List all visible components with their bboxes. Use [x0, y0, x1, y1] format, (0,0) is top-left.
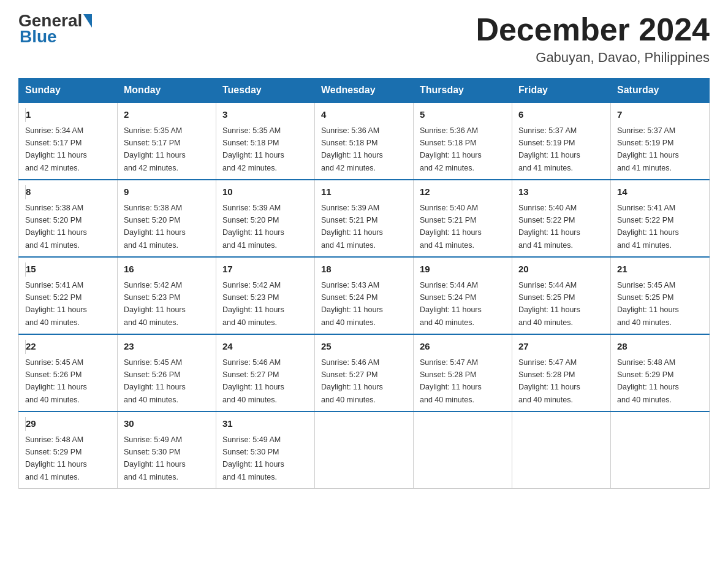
calendar-cell: 28 Sunrise: 5:48 AMSunset: 5:29 PMDaylig…	[611, 334, 710, 412]
calendar-cell: 3 Sunrise: 5:35 AMSunset: 5:18 PMDayligh…	[216, 102, 315, 180]
day-info: Sunrise: 5:44 AMSunset: 5:25 PMDaylight:…	[518, 281, 580, 327]
day-info: Sunrise: 5:39 AMSunset: 5:21 PMDaylight:…	[321, 204, 383, 250]
day-number: 3	[222, 108, 308, 122]
day-info: Sunrise: 5:44 AMSunset: 5:24 PMDaylight:…	[420, 281, 482, 327]
calendar-cell: 23 Sunrise: 5:45 AMSunset: 5:26 PMDaylig…	[118, 334, 216, 412]
day-info: Sunrise: 5:42 AMSunset: 5:23 PMDaylight:…	[124, 281, 186, 327]
month-title: December 2024	[476, 12, 710, 47]
day-number: 9	[124, 185, 210, 199]
calendar-week-row-3: 15 Sunrise: 5:41 AMSunset: 5:22 PMDaylig…	[19, 257, 710, 334]
day-info: Sunrise: 5:40 AMSunset: 5:22 PMDaylight:…	[518, 204, 580, 250]
calendar-week-row-4: 22 Sunrise: 5:45 AMSunset: 5:26 PMDaylig…	[19, 334, 710, 412]
calendar-cell: 26 Sunrise: 5:47 AMSunset: 5:28 PMDaylig…	[414, 334, 512, 412]
day-info: Sunrise: 5:39 AMSunset: 5:20 PMDaylight:…	[222, 204, 284, 250]
calendar-cell: 5 Sunrise: 5:36 AMSunset: 5:18 PMDayligh…	[414, 102, 512, 180]
calendar-cell: 17 Sunrise: 5:42 AMSunset: 5:23 PMDaylig…	[216, 257, 315, 334]
day-number: 30	[124, 417, 210, 431]
day-number: 21	[617, 262, 703, 277]
day-info: Sunrise: 5:49 AMSunset: 5:30 PMDaylight:…	[222, 435, 284, 481]
day-number: 23	[124, 340, 210, 354]
day-number: 16	[124, 262, 210, 277]
calendar-cell: 27 Sunrise: 5:47 AMSunset: 5:28 PMDaylig…	[512, 334, 611, 412]
day-info: Sunrise: 5:48 AMSunset: 5:29 PMDaylight:…	[617, 358, 679, 404]
day-info: Sunrise: 5:41 AMSunset: 5:22 PMDaylight:…	[25, 281, 87, 327]
calendar-cell: 16 Sunrise: 5:42 AMSunset: 5:23 PMDaylig…	[118, 257, 216, 334]
calendar-week-row-5: 29 Sunrise: 5:48 AMSunset: 5:29 PMDaylig…	[19, 412, 710, 489]
title-section: December 2024 Gabuyan, Davao, Philippine…	[476, 12, 710, 66]
day-info: Sunrise: 5:36 AMSunset: 5:18 PMDaylight:…	[321, 126, 383, 172]
calendar-cell: 12 Sunrise: 5:40 AMSunset: 5:21 PMDaylig…	[414, 180, 512, 257]
day-number: 4	[321, 108, 407, 122]
day-info: Sunrise: 5:35 AMSunset: 5:18 PMDaylight:…	[222, 126, 284, 172]
day-info: Sunrise: 5:38 AMSunset: 5:20 PMDaylight:…	[124, 204, 186, 250]
day-number: 13	[518, 185, 604, 199]
day-number: 14	[617, 185, 703, 199]
day-info: Sunrise: 5:48 AMSunset: 5:29 PMDaylight:…	[25, 435, 87, 481]
day-number: 17	[222, 262, 308, 277]
day-info: Sunrise: 5:46 AMSunset: 5:27 PMDaylight:…	[222, 358, 284, 404]
calendar-week-row-1: 1 Sunrise: 5:34 AMSunset: 5:17 PMDayligh…	[19, 102, 710, 180]
day-number: 22	[25, 340, 111, 354]
day-number: 27	[518, 340, 604, 354]
day-info: Sunrise: 5:37 AMSunset: 5:19 PMDaylight:…	[518, 126, 580, 172]
calendar-header-row: SundayMondayTuesdayWednesdayThursdayFrid…	[19, 79, 710, 103]
calendar-cell: 8 Sunrise: 5:38 AMSunset: 5:20 PMDayligh…	[19, 180, 118, 257]
calendar-cell: 14 Sunrise: 5:41 AMSunset: 5:22 PMDaylig…	[611, 180, 710, 257]
calendar-cell: 25 Sunrise: 5:46 AMSunset: 5:27 PMDaylig…	[315, 334, 414, 412]
day-number: 18	[321, 262, 407, 277]
day-info: Sunrise: 5:37 AMSunset: 5:19 PMDaylight:…	[617, 126, 679, 172]
calendar-cell: 15 Sunrise: 5:41 AMSunset: 5:22 PMDaylig…	[19, 257, 118, 334]
day-number: 20	[518, 262, 604, 277]
day-number: 11	[321, 185, 407, 199]
day-number: 7	[617, 108, 703, 122]
calendar-cell	[414, 412, 512, 489]
day-number: 29	[25, 417, 111, 431]
day-info: Sunrise: 5:40 AMSunset: 5:21 PMDaylight:…	[420, 204, 482, 250]
day-info: Sunrise: 5:43 AMSunset: 5:24 PMDaylight:…	[321, 281, 383, 327]
day-info: Sunrise: 5:35 AMSunset: 5:17 PMDaylight:…	[124, 126, 186, 172]
logo: General Blue	[18, 12, 93, 47]
day-number: 31	[222, 417, 308, 431]
calendar-cell: 24 Sunrise: 5:46 AMSunset: 5:27 PMDaylig…	[216, 334, 315, 412]
day-number: 2	[124, 108, 210, 122]
calendar-cell: 22 Sunrise: 5:45 AMSunset: 5:26 PMDaylig…	[19, 334, 118, 412]
day-number: 5	[420, 108, 506, 122]
day-number: 12	[420, 185, 506, 199]
calendar-cell	[611, 412, 710, 489]
calendar-week-row-2: 8 Sunrise: 5:38 AMSunset: 5:20 PMDayligh…	[19, 180, 710, 257]
day-info: Sunrise: 5:42 AMSunset: 5:23 PMDaylight:…	[222, 281, 284, 327]
calendar-header-thursday: Thursday	[414, 79, 512, 103]
calendar-cell: 2 Sunrise: 5:35 AMSunset: 5:17 PMDayligh…	[118, 102, 216, 180]
location: Gabuyan, Davao, Philippines	[476, 50, 710, 66]
day-info: Sunrise: 5:49 AMSunset: 5:30 PMDaylight:…	[124, 435, 186, 481]
day-info: Sunrise: 5:38 AMSunset: 5:20 PMDaylight:…	[25, 204, 87, 250]
day-number: 15	[25, 262, 111, 277]
calendar-table: SundayMondayTuesdayWednesdayThursdayFrid…	[18, 78, 710, 489]
calendar-header-sunday: Sunday	[19, 79, 118, 103]
day-number: 1	[25, 108, 111, 122]
calendar-cell: 4 Sunrise: 5:36 AMSunset: 5:18 PMDayligh…	[315, 102, 414, 180]
calendar-cell: 13 Sunrise: 5:40 AMSunset: 5:22 PMDaylig…	[512, 180, 611, 257]
calendar-cell: 11 Sunrise: 5:39 AMSunset: 5:21 PMDaylig…	[315, 180, 414, 257]
day-info: Sunrise: 5:47 AMSunset: 5:28 PMDaylight:…	[420, 358, 482, 404]
calendar-header-wednesday: Wednesday	[315, 79, 414, 103]
day-number: 28	[617, 340, 703, 354]
day-number: 19	[420, 262, 506, 277]
calendar-cell	[315, 412, 414, 489]
calendar-cell	[512, 412, 611, 489]
day-info: Sunrise: 5:46 AMSunset: 5:27 PMDaylight:…	[321, 358, 383, 404]
calendar-cell: 29 Sunrise: 5:48 AMSunset: 5:29 PMDaylig…	[19, 412, 118, 489]
day-info: Sunrise: 5:45 AMSunset: 5:26 PMDaylight:…	[124, 358, 186, 404]
calendar-cell: 19 Sunrise: 5:44 AMSunset: 5:24 PMDaylig…	[414, 257, 512, 334]
page-header: General Blue December 2024 Gabuyan, Dava…	[18, 12, 710, 66]
calendar-header-monday: Monday	[118, 79, 216, 103]
calendar-cell: 1 Sunrise: 5:34 AMSunset: 5:17 PMDayligh…	[19, 102, 118, 180]
logo-triangle-icon	[83, 14, 92, 28]
day-number: 24	[222, 340, 308, 354]
day-number: 6	[518, 108, 604, 122]
calendar-cell: 30 Sunrise: 5:49 AMSunset: 5:30 PMDaylig…	[118, 412, 216, 489]
day-info: Sunrise: 5:47 AMSunset: 5:28 PMDaylight:…	[518, 358, 580, 404]
calendar-cell: 10 Sunrise: 5:39 AMSunset: 5:20 PMDaylig…	[216, 180, 315, 257]
day-info: Sunrise: 5:34 AMSunset: 5:17 PMDaylight:…	[25, 126, 87, 172]
calendar-cell: 9 Sunrise: 5:38 AMSunset: 5:20 PMDayligh…	[118, 180, 216, 257]
